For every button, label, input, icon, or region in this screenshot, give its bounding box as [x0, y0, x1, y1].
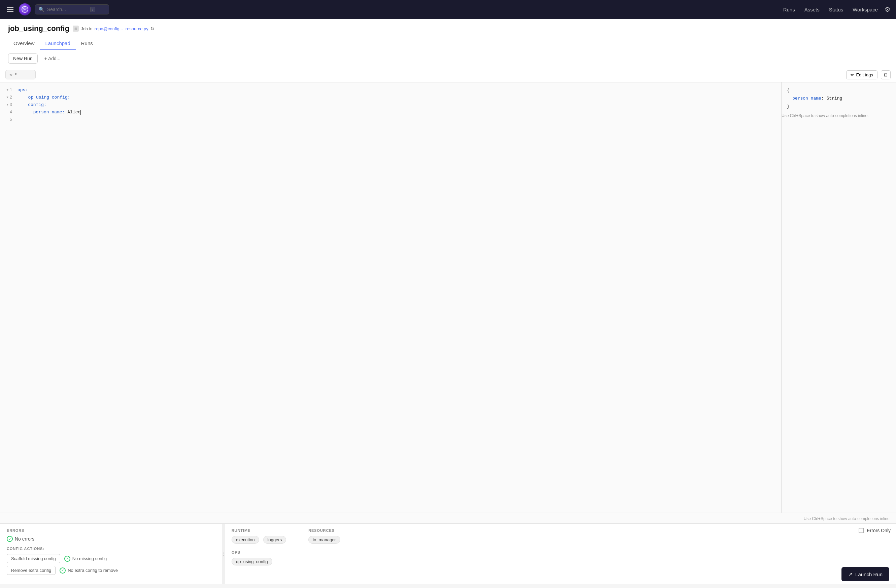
refresh-icon[interactable]: ↻	[151, 26, 154, 31]
pencil-icon: ✏	[850, 72, 854, 77]
job-in-label: Job in	[81, 26, 93, 31]
schema-type: : String	[821, 96, 842, 101]
autocomplete-hint-bar: Use Ctrl+Space to show auto-completions …	[0, 513, 896, 523]
launch-run-button[interactable]: ↗ Launch Run	[841, 567, 889, 581]
page-header: job_using_config ⊞ Job in repo@config...…	[0, 19, 896, 50]
check-circle-missing: ✓	[64, 556, 70, 562]
no-extra-text: No extra config to remove	[68, 568, 118, 573]
editor-schema-wrapper: ▼ 1 ops: ▼ 2 op_using_config: ▼ 3	[0, 82, 896, 523]
resources-section: RESOURCES io_manager	[308, 529, 342, 545]
chip-op-using-config[interactable]: op_using_config	[232, 558, 272, 565]
add-button[interactable]: + Add...	[41, 54, 64, 63]
editor-line-1: ▼ 1 ops:	[0, 87, 781, 94]
scaffold-button[interactable]: Scaffold missing config	[7, 554, 60, 563]
edit-tags-button[interactable]: ✏ Edit tags	[846, 70, 878, 79]
autocomplete-text: Use Ctrl+Space to show auto-completions …	[804, 517, 891, 521]
runtime-chips: execution loggers	[232, 536, 288, 544]
nav-assets[interactable]: Assets	[805, 7, 820, 12]
line-num-2: 2	[10, 94, 12, 101]
new-run-label: New Run	[13, 56, 33, 61]
fold-arrow-1[interactable]: ▼	[6, 87, 8, 94]
chip-loggers[interactable]: loggers	[263, 536, 286, 544]
op-selector-value: *	[15, 72, 17, 77]
sidebar-toggle-button[interactable]: ⊡	[881, 70, 891, 79]
ops-chips: op_using_config	[232, 558, 889, 565]
errors-label: ERRORS	[7, 529, 215, 532]
runtime-label: RUNTIME	[232, 529, 288, 532]
top-nav: 🔍 / Runs Assets Status Workspace ⚙	[0, 0, 896, 19]
errors-only-row: Errors Only	[859, 528, 891, 533]
runtime-section: RUNTIME execution loggers	[232, 529, 288, 545]
schema-key: person_name	[792, 96, 821, 101]
remove-row: Remove extra config ✓ No extra config to…	[7, 566, 215, 575]
scaffold-row: Scaffold missing config ✓ No missing con…	[7, 554, 215, 563]
check-circle-icon: ✓	[7, 536, 13, 542]
errors-panel: ERRORS ✓ No errors CONFIG ACTIONS: Scaff…	[0, 524, 222, 584]
nav-links: Runs Assets Status Workspace	[783, 7, 878, 12]
job-icon: ⊞	[73, 26, 79, 32]
line-num-5: 5	[10, 116, 12, 123]
fold-arrow-3[interactable]: ▼	[6, 101, 8, 109]
op-actions: ✏ Edit tags ⊡	[846, 70, 891, 79]
check-circle-extra: ✓	[59, 567, 66, 574]
autocomplete-hint: Use Ctrl+Space to show auto-completions …	[782, 108, 885, 118]
tab-runs[interactable]: Runs	[76, 37, 98, 50]
no-extra-status: ✓ No extra config to remove	[59, 567, 118, 574]
remove-extra-button[interactable]: Remove extra config	[7, 566, 56, 575]
schema-open-brace: {	[787, 87, 891, 94]
page-title: job_using_config	[8, 24, 69, 33]
settings-icon[interactable]: ⚙	[885, 5, 891, 14]
ops-label: OPS	[232, 550, 889, 555]
nav-runs[interactable]: Runs	[783, 7, 795, 12]
job-file-link[interactable]: repo@config..._resource.py	[94, 26, 148, 31]
line-num-3: 3	[10, 101, 12, 109]
fold-arrow-2[interactable]: ▼	[6, 94, 8, 101]
search-icon: 🔍	[39, 7, 44, 12]
tab-launchpad[interactable]: Launchpad	[40, 37, 76, 50]
nav-status[interactable]: Status	[829, 7, 844, 12]
no-errors-row: ✓ No errors	[7, 536, 215, 542]
search-input[interactable]	[47, 7, 87, 12]
errors-only-checkbox[interactable]	[859, 528, 864, 533]
launch-icon: ↗	[848, 571, 853, 577]
app-logo	[19, 3, 31, 15]
hamburger-menu[interactable]	[5, 6, 15, 13]
runtime-resources-row: RUNTIME execution loggers RESOURCES io_m…	[232, 529, 889, 545]
page-tabs: Overview Launchpad Runs	[8, 37, 888, 50]
errors-only-label: Errors Only	[867, 528, 891, 533]
new-run-button[interactable]: New Run	[8, 53, 38, 64]
runtime-ops-panel: Errors Only RUNTIME execution loggers RE…	[225, 524, 896, 584]
edit-tags-label: Edit tags	[856, 72, 873, 77]
schema-panel: { person_name: String } Use Ctrl+Space t…	[782, 82, 896, 513]
slash-shortcut: /	[90, 7, 95, 12]
sidebar-icon: ⊡	[884, 72, 888, 77]
yaml-editor[interactable]: ▼ 1 ops: ▼ 2 op_using_config: ▼ 3	[0, 82, 782, 513]
launchpad-toolbar: New Run + Add...	[0, 50, 896, 67]
line-num-1: 1	[10, 87, 12, 94]
no-missing-text: No missing config	[72, 556, 107, 561]
nav-workspace[interactable]: Workspace	[853, 7, 878, 12]
editor-line-2: ▼ 2 op_using_config:	[0, 94, 781, 101]
line-num-4b: 4	[10, 109, 12, 116]
no-errors-text: No errors	[15, 536, 34, 542]
tab-overview[interactable]: Overview	[8, 37, 40, 50]
search-bar[interactable]: 🔍 /	[35, 5, 109, 14]
ops-section: OPS op_using_config	[232, 550, 889, 565]
job-badge: ⊞ Job in repo@config..._resource.py ↻	[73, 26, 154, 32]
launchpad-content: New Run + Add... ✳ * ✏ Edit tags ⊡ ▼	[0, 50, 896, 584]
chip-execution[interactable]: execution	[232, 536, 259, 544]
op-selector-bar: ✳ * ✏ Edit tags ⊡	[0, 67, 896, 82]
chip-io-manager[interactable]: io_manager	[308, 536, 340, 544]
config-actions-label: CONFIG ACTIONS:	[7, 547, 215, 551]
bottom-panel: ERRORS ✓ No errors CONFIG ACTIONS: Scaff…	[0, 523, 896, 584]
editor-line-4: 4 person_name: Alice	[0, 109, 781, 116]
op-star-icon: ✳	[9, 72, 13, 77]
editor-line-5: 5	[0, 116, 781, 123]
launch-label: Launch Run	[855, 571, 882, 577]
resources-chips: io_manager	[308, 536, 342, 544]
editor-line-3: ▼ 3 config:	[0, 101, 781, 109]
op-selector-input[interactable]: ✳ *	[5, 70, 36, 79]
resources-label: RESOURCES	[308, 529, 342, 532]
editor-schema-container: ▼ 1 ops: ▼ 2 op_using_config: ▼ 3	[0, 82, 896, 513]
no-missing-status: ✓ No missing config	[64, 556, 107, 562]
